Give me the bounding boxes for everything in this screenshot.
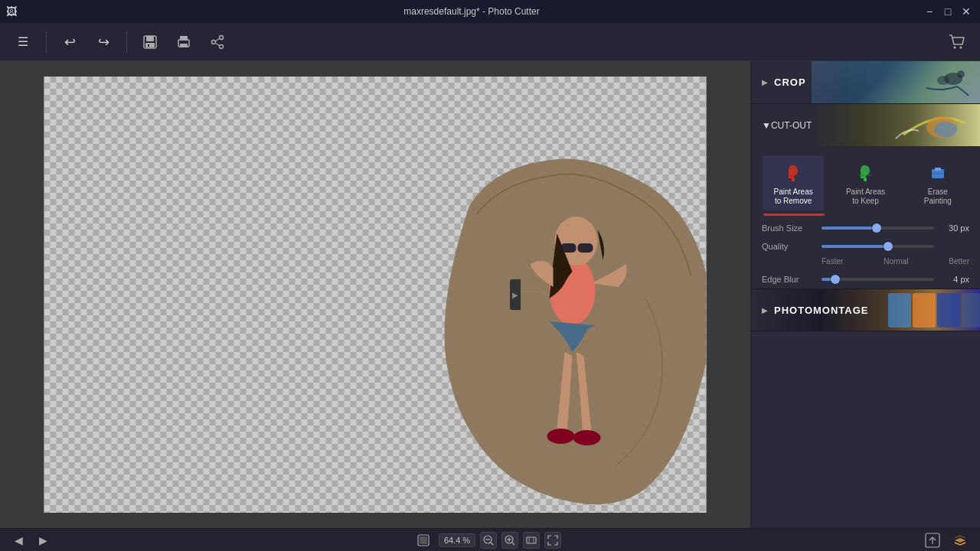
svg-line-12	[215, 43, 220, 46]
canvas-wrapper	[44, 77, 707, 513]
panel-expand-handle[interactable]: ▶	[510, 279, 521, 310]
titlebar: 🖼 maxresdefault.jpg* - Photo Cutter − □ …	[0, 0, 980, 23]
thumbnail-icon	[416, 533, 430, 547]
photomontage-title: PHOTOMONTAGE	[774, 305, 868, 316]
share-button[interactable]	[204, 28, 231, 56]
zoom-out-icon	[482, 534, 495, 546]
next-button[interactable]: ▶	[34, 531, 52, 549]
cart-button[interactable]	[943, 28, 971, 56]
edge-blur-track[interactable]	[822, 278, 934, 281]
svg-rect-3	[148, 44, 149, 47]
next-icon: ▶	[39, 534, 47, 546]
crop-title: CROP	[774, 77, 806, 88]
svg-point-14	[960, 46, 962, 48]
quality-label: Quality	[762, 242, 815, 251]
quality-labels: Faster Normal Better	[811, 257, 980, 270]
svg-rect-17	[561, 243, 577, 253]
zoom-out-button[interactable]	[480, 532, 497, 549]
svg-point-24	[957, 70, 965, 78]
svg-point-13	[954, 46, 956, 48]
zoom-level-display[interactable]: 64.4 %	[439, 533, 475, 547]
edge-blur-thumb	[831, 275, 840, 284]
minimize-button[interactable]: −	[922, 4, 937, 19]
svg-point-8	[220, 35, 224, 39]
cart-icon	[947, 32, 967, 52]
cutout-chevron: ▼	[762, 120, 771, 131]
edge-blur-value: 4 px	[940, 275, 969, 284]
svg-point-7	[179, 42, 181, 44]
toolbar: ☰ ↩ ↪	[0, 23, 980, 61]
edge-blur-row: Edge Blur 4 px	[751, 270, 980, 289]
svg-line-41	[491, 543, 493, 545]
crop-header[interactable]: ▶ CROP	[751, 61, 980, 103]
svg-point-10	[212, 40, 216, 44]
svg-point-20	[547, 429, 575, 444]
prev-icon: ◀	[15, 534, 23, 546]
svg-rect-5	[180, 36, 188, 41]
quality-track[interactable]	[822, 245, 934, 248]
save-button[interactable]	[136, 28, 164, 56]
print-icon	[175, 34, 192, 51]
fit-all-button[interactable]	[544, 532, 561, 549]
window-title: maxresdefault.jpg* - Photo Cutter	[21, 6, 922, 17]
brush-size-label: Brush Size	[762, 223, 815, 233]
crop-chevron: ▶	[762, 78, 768, 86]
redo-button[interactable]: ↪	[90, 28, 117, 56]
prev-button[interactable]: ◀	[9, 531, 28, 549]
paint-remove-button[interactable]: Paint Areasto Remove	[763, 155, 824, 210]
svg-point-23	[937, 76, 949, 85]
cutout-header[interactable]: ▼ CUT-OUT	[751, 104, 980, 146]
quality-faster: Faster	[822, 257, 843, 266]
photomontage-chevron: ▶	[762, 306, 768, 315]
quality-row: Quality	[751, 237, 980, 256]
maximize-button[interactable]: □	[940, 4, 956, 19]
svg-rect-38	[420, 536, 427, 544]
edge-blur-fill	[822, 278, 831, 281]
canvas-area[interactable]: ▶	[0, 61, 750, 528]
toolbar-sep-1	[46, 31, 47, 53]
quality-better: Better	[949, 257, 969, 266]
close-button[interactable]: ✕	[959, 4, 974, 19]
paint-keep-label: Paint Areasto Keep	[846, 187, 885, 206]
paint-remove-label: Paint Areasto Remove	[774, 187, 813, 206]
thumbnail-button[interactable]	[413, 530, 434, 551]
svg-point-9	[220, 44, 224, 48]
quality-normal: Normal	[884, 257, 908, 266]
right-panel: ▶ CROP ▼ CUT-OUT	[750, 61, 980, 528]
photomontage-section[interactable]: ▶ PHOTOMONTAGE	[751, 289, 980, 331]
fit-all-icon	[547, 534, 559, 546]
window-controls: − □ ✕	[922, 4, 974, 19]
fit-window-icon	[525, 534, 537, 546]
svg-rect-32	[935, 168, 941, 171]
undo-button[interactable]: ↩	[56, 28, 83, 56]
menu-button[interactable]: ☰	[9, 28, 37, 56]
share-icon	[209, 34, 226, 51]
toolbar-sep-2	[126, 31, 127, 53]
svg-rect-6	[180, 44, 188, 47]
menu-icon: ☰	[18, 34, 28, 49]
brush-size-value: 30 px	[940, 223, 969, 233]
svg-rect-29	[864, 178, 867, 181]
save-icon	[142, 34, 158, 51]
expand-icon: ▶	[512, 291, 518, 299]
brush-size-fill	[822, 227, 872, 230]
edge-blur-label: Edge Blur	[762, 275, 815, 284]
brush-size-track[interactable]	[822, 227, 934, 230]
svg-line-11	[215, 38, 220, 41]
brush-size-row: Brush Size 30 px	[751, 219, 980, 237]
fit-window-button[interactable]	[523, 532, 540, 549]
print-button[interactable]	[170, 28, 198, 56]
paint-keep-button[interactable]: Paint Areasto Keep	[835, 155, 896, 210]
svg-rect-46	[527, 537, 536, 543]
svg-rect-18	[578, 243, 593, 253]
erase-painting-label: ErasePainting	[924, 187, 952, 206]
brush-size-thumb	[872, 223, 881, 233]
layers-button[interactable]	[949, 530, 971, 551]
output-button[interactable]	[922, 530, 943, 551]
zoom-in-button[interactable]	[501, 532, 518, 549]
layers-icon	[952, 532, 969, 549]
erase-painting-button[interactable]: ErasePainting	[907, 155, 969, 210]
paint-keep-icon	[853, 160, 877, 184]
svg-point-21	[573, 430, 601, 445]
svg-rect-1	[146, 36, 154, 41]
